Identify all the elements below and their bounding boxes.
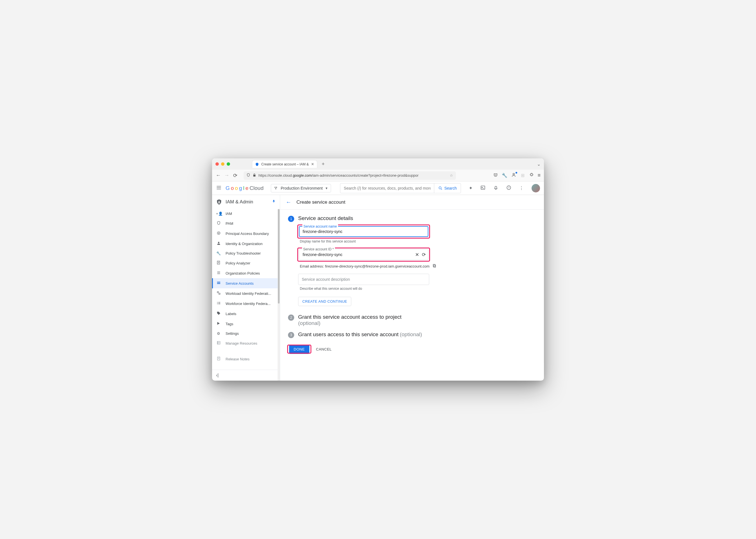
star-icon[interactable]: ☆ — [450, 173, 453, 178]
workforce-icon — [216, 301, 221, 306]
maximize-window-icon[interactable] — [227, 162, 230, 166]
extensions-icon[interactable] — [528, 173, 535, 178]
sidebar-collapse-button[interactable]: ‹| — [212, 370, 280, 381]
sidebar-item-pab[interactable]: Principal Access Boundary — [212, 228, 280, 239]
gcp-logo[interactable]: Google Cloud — [226, 185, 263, 191]
more-icon[interactable]: ⋮ — [519, 186, 524, 191]
sidebar-header: IAM & Admin — [212, 195, 280, 209]
main-header: ← Create service account — [280, 195, 544, 209]
description-field[interactable]: Service account description — [298, 274, 429, 285]
step-2-subtitle: (optional) — [298, 320, 320, 326]
tab-favicon-icon — [255, 162, 259, 166]
sidebar: IAM & Admin +👤IAM PAM Principal Access B… — [212, 195, 280, 381]
step-3-title: Grant users access to this service accou… — [298, 331, 398, 337]
sidebar-item-settings[interactable]: ⚙Settings — [212, 329, 280, 338]
id-field[interactable]: Service account ID * ✕ ⟳ — [299, 249, 428, 260]
clear-icon[interactable]: ✕ — [415, 252, 419, 258]
gemini-icon[interactable]: ✦ — [469, 186, 472, 191]
sidebar-item-org-policies[interactable]: Organization Policies — [212, 268, 280, 278]
address-bar[interactable]: https://console.cloud.google.com/iam-adm… — [243, 171, 456, 180]
sidebar-item-release-notes[interactable]: Release Notes — [212, 354, 280, 364]
sidebar-title: IAM & Admin — [226, 199, 253, 205]
shield-outline-icon — [216, 221, 221, 226]
name-input[interactable] — [303, 229, 425, 234]
name-helper: Display name for this service account — [300, 239, 536, 243]
help-icon[interactable]: ? — [506, 185, 511, 191]
people-icon: +👤 — [216, 211, 221, 216]
tab-title: Create service account – IAM & — [261, 162, 309, 166]
step-1: 1 Service account details Service accoun… — [288, 215, 536, 306]
back-button[interactable]: ← — [215, 173, 221, 178]
svg-rect-16 — [219, 293, 220, 294]
sidebar-item-workload-fed[interactable]: Workload Identity Federati... — [212, 288, 280, 298]
step-2-title: Grant this service account access to pro… — [298, 314, 402, 320]
person-icon — [216, 241, 221, 246]
cloud-shell-icon[interactable] — [480, 185, 485, 191]
tabs-overflow-icon[interactable]: ⌄ — [537, 162, 541, 167]
tool-icon[interactable]: 🔧 — [502, 173, 508, 178]
step-2: 2 Grant this service account access to p… — [288, 314, 536, 326]
sidebar-item-identity[interactable]: Identity & Organization — [212, 239, 280, 249]
browser-window: Create service account – IAM & ✕ + ⌄ ← →… — [212, 158, 544, 381]
pocket-icon[interactable] — [493, 173, 499, 178]
svg-point-11 — [218, 242, 219, 243]
description-helper: Describe what this service account will … — [300, 287, 536, 291]
step-1-badge: 1 — [288, 216, 294, 222]
search-input[interactable] — [340, 186, 434, 191]
sidebar-item-workforce-fed[interactable]: Workforce Identity Federa... — [212, 298, 280, 309]
svg-point-1 — [274, 187, 275, 188]
avatar[interactable] — [531, 184, 540, 193]
sidebar-item-labels[interactable]: Labels — [212, 309, 280, 319]
svg-point-0 — [513, 173, 515, 175]
reload-button[interactable]: ⟳ — [232, 173, 238, 179]
back-arrow-button[interactable]: ← — [286, 199, 291, 205]
app-body: IAM & Admin +👤IAM PAM Principal Access B… — [212, 195, 544, 381]
list-icon — [216, 270, 221, 276]
project-picker[interactable]: Production Environment ▼ — [271, 184, 331, 193]
svg-point-8 — [219, 201, 220, 202]
minimize-window-icon[interactable] — [221, 162, 225, 166]
svg-rect-13 — [217, 282, 220, 283]
step-3-subtitle: (optional) — [400, 331, 422, 337]
sidebar-scrollbar[interactable] — [278, 209, 280, 381]
menu-icon[interactable]: ≡ — [537, 173, 541, 178]
copy-icon[interactable] — [432, 264, 437, 269]
search-button[interactable]: Search — [434, 184, 461, 193]
page-title: Create service account — [297, 199, 345, 205]
federation-icon — [216, 291, 221, 296]
create-continue-button[interactable]: CREATE AND CONTINUE — [298, 297, 351, 306]
gcp-header: Google Cloud Production Environment ▼ Se… — [212, 182, 544, 195]
step-3-badge: 3 — [288, 332, 294, 338]
nav-menu-icon[interactable] — [216, 185, 222, 192]
tab-close-icon[interactable]: ✕ — [311, 162, 314, 166]
sidebar-item-tags[interactable]: Tags — [212, 319, 280, 329]
tab-strip: Create service account – IAM & ✕ + ⌄ — [212, 158, 544, 170]
notifications-icon[interactable] — [493, 185, 498, 191]
sidebar-item-manage-resources[interactable]: Manage Resources — [212, 338, 280, 348]
close-window-icon[interactable] — [215, 162, 219, 166]
forward-button: → — [224, 173, 230, 178]
service-account-icon — [216, 281, 221, 286]
arrow-icon — [216, 321, 221, 326]
email-row: Email address: firezone-directory-sync@f… — [300, 264, 536, 269]
id-field-highlight: Service account ID * ✕ ⟳ — [298, 248, 429, 261]
sidebar-item-iam[interactable]: +👤IAM — [212, 209, 280, 218]
refresh-icon[interactable]: ⟳ — [422, 252, 426, 258]
new-tab-button[interactable]: + — [319, 161, 327, 167]
sidebar-item-pam[interactable]: PAM — [212, 218, 280, 228]
sidebar-item-service-accounts[interactable]: Service Accounts — [212, 278, 280, 288]
svg-rect-14 — [217, 283, 220, 284]
svg-point-2 — [276, 187, 277, 188]
sidebar-item-troubleshooter[interactable]: 🔧Policy Troubleshooter — [212, 249, 280, 258]
sidebar-item-analyzer[interactable]: Policy Analyzer — [212, 258, 280, 268]
name-field[interactable]: Service account name — [299, 226, 428, 237]
browser-tab[interactable]: Create service account – IAM & ✕ — [252, 160, 317, 168]
grid-icon[interactable]: ⊞ — [519, 173, 526, 178]
wrench-icon: 🔧 — [216, 251, 221, 256]
cancel-button[interactable]: CANCEL — [316, 347, 332, 351]
id-input[interactable] — [303, 252, 400, 257]
account-icon[interactable] — [511, 173, 516, 178]
pin-icon[interactable] — [272, 199, 276, 205]
done-button[interactable]: DONE — [289, 345, 309, 354]
id-label: Service account ID * — [302, 247, 335, 251]
